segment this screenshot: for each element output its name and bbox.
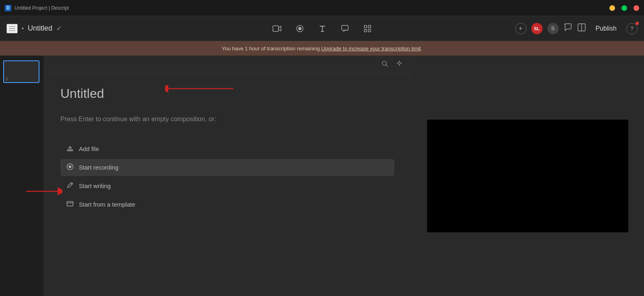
placeholder-text: Press Enter to continue with an empty co…	[60, 114, 394, 124]
avatar-s: S	[547, 23, 559, 34]
maximize-button[interactable]	[621, 5, 627, 11]
svg-point-2	[298, 27, 301, 30]
slide-number: 1	[6, 77, 8, 81]
start-writing-label: Start writing	[79, 182, 111, 189]
start-recording-action[interactable]: Start recording	[60, 159, 394, 176]
shape-icon-button[interactable]	[339, 22, 351, 35]
transcription-banner: You have 1 hour of transcription remaini…	[0, 41, 644, 56]
notification-dot	[636, 22, 639, 25]
banner-upgrade-link[interactable]: Upgrade to increase your transcription l…	[321, 46, 421, 52]
ai-sparkle-button[interactable]	[394, 59, 404, 70]
template-icon	[66, 200, 74, 209]
start-template-label: Start from a template	[79, 201, 135, 208]
svg-rect-12	[67, 150, 73, 151]
start-template-action[interactable]: Start from a template	[60, 196, 394, 213]
slides-sidebar: 1	[0, 56, 44, 296]
add-file-label: Add file	[79, 145, 99, 152]
start-writing-action[interactable]: Start writing	[60, 178, 394, 195]
search-button[interactable]	[380, 59, 390, 70]
toolbar-left: ▾ Untitled ✓	[6, 24, 62, 33]
title-bar: D Untitled Project | Descript	[0, 0, 644, 16]
minimize-button[interactable]	[609, 5, 615, 11]
main-toolbar: ▾ Untitled ✓	[0, 16, 644, 41]
help-container: ?	[626, 23, 638, 34]
svg-line-11	[386, 65, 388, 66]
start-recording-label: Start recording	[79, 164, 118, 171]
add-file-action[interactable]: Add file	[60, 141, 394, 157]
record-icon-button[interactable]	[293, 22, 306, 35]
upload-icon	[66, 145, 74, 153]
banner-suffix: .	[421, 46, 422, 52]
banner-text: You have 1 hour of transcription remaini…	[222, 46, 321, 52]
title-bar-left: D Untitled Project | Descript	[5, 5, 69, 11]
slide-thumbnail-1[interactable]: 1	[3, 60, 39, 83]
action-list: Add file Start recording	[60, 141, 394, 213]
document-title[interactable]: Untitled	[60, 86, 394, 101]
toolbar-right: + SL S Publish ?	[515, 23, 638, 35]
chat-button[interactable]	[564, 23, 572, 34]
app-icon: D	[5, 5, 11, 11]
svg-rect-6	[364, 29, 367, 32]
record-circle-icon	[66, 163, 74, 172]
pencil-icon	[66, 182, 74, 190]
add-collaborator-button[interactable]: +	[515, 23, 526, 34]
svg-point-14	[69, 165, 72, 168]
editor-toolbar	[44, 56, 411, 73]
window-controls	[609, 5, 639, 11]
chevron-down-icon: ▾	[22, 26, 24, 31]
svg-rect-4	[364, 25, 367, 28]
layout-button[interactable]	[577, 23, 586, 34]
svg-rect-5	[368, 25, 371, 28]
preview-panel	[411, 56, 644, 296]
video-preview	[427, 120, 628, 232]
editor-content: Untitled Press Enter to continue with an…	[44, 73, 411, 296]
svg-rect-0	[273, 26, 279, 31]
avatar-sl: SL	[531, 23, 543, 34]
project-title[interactable]: Untitled	[28, 24, 52, 33]
publish-button[interactable]: Publish	[591, 23, 621, 35]
toolbar-center	[270, 22, 374, 35]
video-icon-button[interactable]	[270, 23, 284, 35]
hamburger-menu-button[interactable]	[6, 24, 18, 33]
svg-rect-3	[342, 25, 348, 30]
check-icon: ✓	[56, 25, 62, 32]
svg-rect-15	[67, 201, 73, 206]
window-title: Untitled Project | Descript	[14, 5, 69, 11]
grid-icon-button[interactable]	[361, 22, 374, 35]
close-button[interactable]	[634, 5, 639, 11]
text-icon-button[interactable]	[316, 22, 329, 35]
svg-rect-7	[368, 29, 371, 32]
content-area: 1 Untitled Press Enter to continue with …	[0, 56, 644, 296]
editor-panel: Untitled Press Enter to continue with an…	[44, 56, 411, 296]
